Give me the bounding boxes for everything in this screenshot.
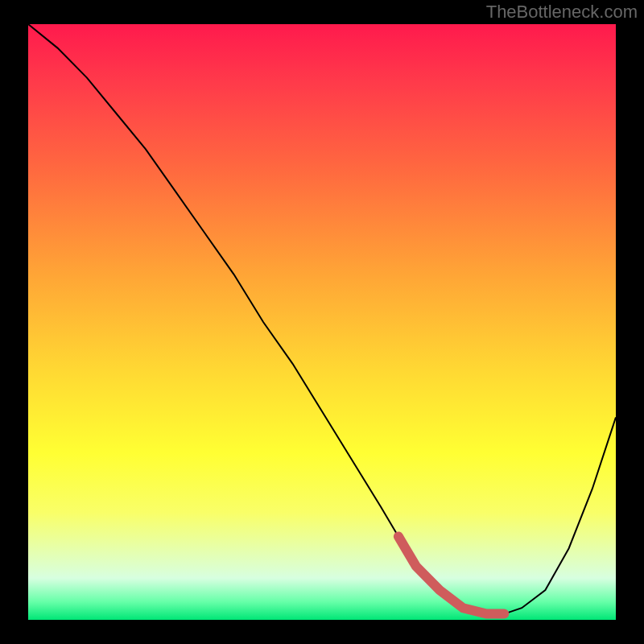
bottleneck-curve	[28, 24, 616, 614]
chart-svg	[28, 24, 616, 620]
chart-frame: TheBottleneck.com	[0, 0, 644, 644]
accent-segment	[398, 536, 504, 613]
plot-area	[28, 24, 616, 620]
watermark-text: TheBottleneck.com	[486, 2, 638, 23]
